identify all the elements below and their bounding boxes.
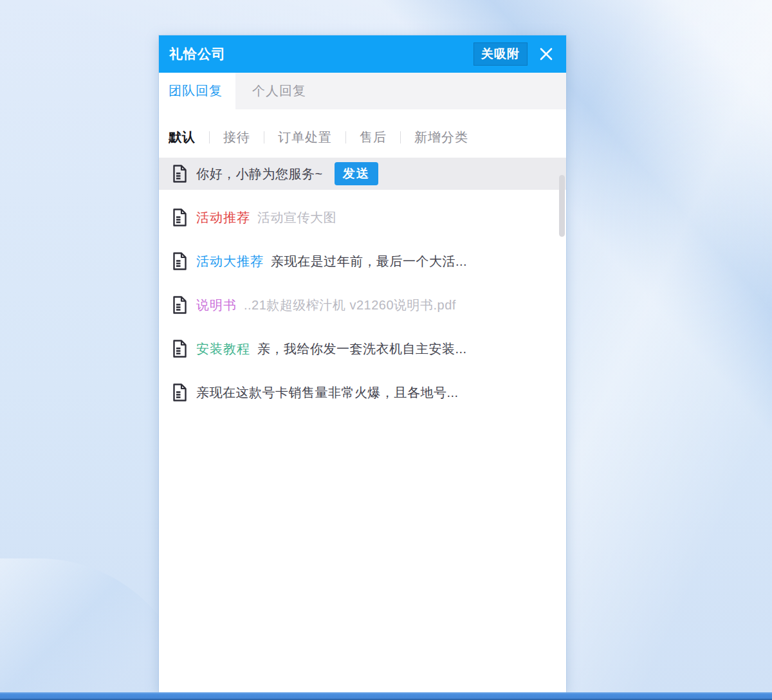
category-item-0[interactable]: 默认	[169, 129, 209, 146]
reply-tag: 安装教程	[196, 340, 250, 358]
reply-row-3[interactable]: 说明书 ..21款超级榨汁机 v21260说明书.pdf	[159, 289, 566, 321]
document-icon	[172, 383, 187, 401]
reply-row-4[interactable]: 安装教程 亲，我给你发一套洗衣机自主安装...	[159, 333, 566, 365]
tabstrip-filler	[323, 73, 566, 109]
reply-tabstrip: 团队回复个人回复	[159, 73, 566, 109]
panel-header: 礼恰公司 关吸附	[159, 35, 566, 73]
category-bar: 默认接待订单处置售后新增分类	[159, 123, 566, 151]
document-icon	[172, 340, 187, 358]
quick-reply-panel: 礼恰公司 关吸附 团队回复个人回复 默认接待订单处置售后新增分类	[159, 35, 566, 692]
tab-team-reply[interactable]: 团队回复	[159, 73, 235, 109]
category-item-3[interactable]: 售后	[346, 129, 400, 146]
document-icon	[172, 208, 187, 226]
scrollbar-thumb[interactable]	[559, 175, 565, 237]
reply-text: 你好，小静为您服务~	[196, 165, 323, 183]
tab-personal-reply[interactable]: 个人回复	[235, 73, 323, 109]
reply-text: 活动宣传大图	[257, 209, 336, 226]
document-icon	[172, 252, 187, 270]
reply-list: 你好，小静为您服务~ 发送 活动推荐 活动宣传大图 活动大推荐	[159, 158, 566, 692]
toggle-dock-button[interactable]: 关吸附	[473, 42, 528, 66]
reply-row-1[interactable]: 活动推荐 活动宣传大图	[159, 201, 566, 234]
reply-row-5[interactable]: 亲现在这款号卡销售量非常火爆，且各地号...	[159, 376, 566, 409]
document-icon	[172, 165, 187, 183]
reply-text: 亲，我给你发一套洗衣机自主安装...	[257, 340, 467, 358]
category-item-2[interactable]: 订单处置	[264, 129, 345, 146]
window-title: 礼恰公司	[169, 45, 226, 63]
reply-tag: 活动推荐	[196, 209, 250, 226]
close-button[interactable]	[537, 44, 556, 64]
reply-text: 亲现在是过年前，最后一个大活...	[271, 253, 467, 270]
taskbar-edge	[0, 692, 772, 700]
reply-row-0[interactable]: 你好，小静为您服务~ 发送	[159, 158, 566, 190]
category-item-1[interactable]: 接待	[210, 129, 264, 146]
category-item-4[interactable]: 新增分类	[401, 129, 482, 146]
document-icon	[172, 296, 187, 314]
reply-text: ..21款超级榨汁机 v21260说明书.pdf	[244, 297, 456, 314]
reply-row-2[interactable]: 活动大推荐 亲现在是过年前，最后一个大活...	[159, 245, 566, 277]
close-icon	[539, 47, 553, 61]
reply-tag: 说明书	[196, 297, 237, 314]
reply-text: 亲现在这款号卡销售量非常火爆，且各地号...	[196, 384, 459, 401]
reply-tag: 活动大推荐	[196, 253, 264, 270]
send-button[interactable]: 发送	[335, 162, 378, 185]
